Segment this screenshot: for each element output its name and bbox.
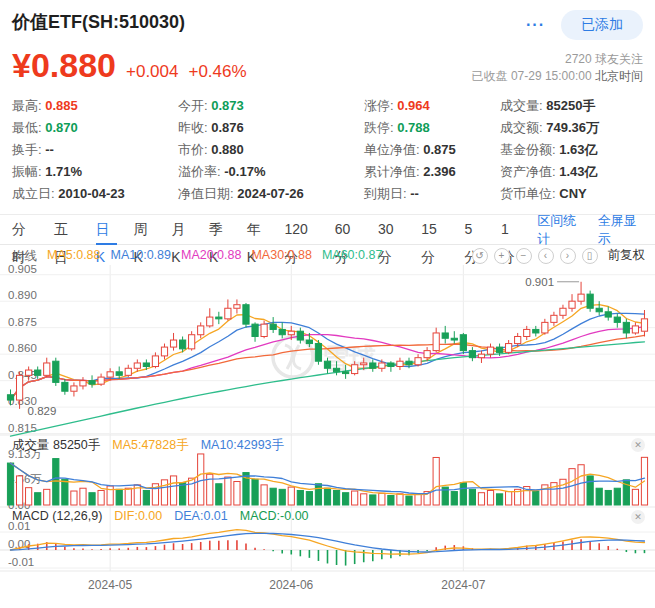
volume-bar [478, 493, 484, 505]
etf-quote-page: 价值ETF(SH:510030) ··· 已添加 ¥0.880 +0.004 +… [0, 0, 655, 608]
stat-label: 跌停: [364, 120, 394, 135]
candle [324, 361, 330, 368]
stat-label: 净值日期: [178, 186, 234, 201]
stat-label: 货币单位: [500, 186, 556, 201]
volume-bar [632, 489, 638, 505]
volume-pane-close-icon[interactable]: ✕ [631, 438, 645, 452]
volume-bar [53, 459, 59, 505]
tab-60分[interactable]: 60分 [335, 215, 361, 245]
stat-label: 最高: [12, 98, 42, 113]
macd-pane-close-icon[interactable]: ✕ [631, 510, 645, 524]
volume-bar [225, 477, 231, 505]
volume-bar [596, 488, 602, 505]
undo-icon[interactable]: ↺ [472, 248, 488, 264]
candle [179, 340, 185, 349]
tab-年K[interactable]: 年K [247, 215, 268, 245]
candle [623, 322, 629, 333]
candle [370, 363, 376, 368]
candle [44, 363, 50, 375]
candle [469, 351, 475, 358]
more-menu-icon[interactable]: ··· [526, 16, 545, 34]
candle [225, 308, 231, 319]
tab-分时[interactable]: 分时 [12, 215, 37, 245]
tab-日K[interactable]: 日K [96, 215, 117, 245]
zoom-out-icon[interactable]: − [516, 248, 532, 264]
candle [107, 372, 113, 377]
stat-value: 0.873 [211, 98, 244, 113]
candle [16, 375, 22, 400]
header: 价值ETF(SH:510030) ··· 已添加 ¥0.880 +0.004 +… [0, 0, 655, 85]
candle [551, 315, 557, 322]
candle [569, 301, 575, 308]
volume-bar [270, 488, 276, 505]
volume-bar [7, 463, 13, 505]
macd-dea-value: DEA:0.01 [174, 509, 228, 523]
pan-left-icon[interactable]: ‹ [538, 248, 554, 264]
stat-item: 跌停: 0.788 [364, 117, 500, 139]
tab-季K[interactable]: 季K [209, 215, 230, 245]
ma-legend-item[interactable]: MA10:0.89 [111, 248, 171, 265]
price-axis-label: 0.860 [8, 342, 37, 354]
candle [306, 340, 312, 344]
volume-bar [469, 489, 475, 505]
ma-legend-item[interactable]: MA60:0.87 [322, 248, 382, 265]
zoom-in-icon[interactable]: + [494, 248, 510, 264]
tab-15分[interactable]: 15分 [421, 215, 447, 245]
watermark-logo-swirl [285, 345, 301, 369]
macd-dea-line [11, 533, 645, 552]
link-全屏显示[interactable]: 全屏显示 [598, 212, 643, 248]
ma-legend-title: 均线 [12, 248, 37, 265]
ma-legend-item[interactable]: MA30:0.88 [251, 248, 311, 265]
added-button[interactable]: 已添加 [561, 10, 643, 40]
stat-item: 成交额: 749.36万 [500, 117, 643, 139]
volume-bar [26, 488, 32, 505]
link-区间统计[interactable]: 区间统计 [537, 212, 582, 248]
stats-grid: 最高: 0.885最低: 0.870换手: --振幅: 1.71%成立日: 20… [12, 95, 643, 205]
stat-value: 1.71% [45, 164, 82, 179]
candle [487, 347, 493, 354]
current-price: ¥0.880 [12, 46, 116, 85]
volume-bar [415, 494, 421, 505]
kline-chart-svg[interactable]: 0.9050.8900.8750.8600.8450.8300.815雪球9.1… [0, 245, 655, 601]
volume-bar [16, 476, 22, 505]
tab-五日[interactable]: 五日 [54, 215, 79, 245]
candle [379, 363, 385, 368]
candle [98, 377, 104, 384]
ma-legend-item[interactable]: MA5:0.88 [47, 248, 101, 265]
tab-30分[interactable]: 30分 [378, 215, 404, 245]
ma-legend: 均线 MA5:0.88MA10:0.89MA20:0.88MA30:0.88MA… [12, 248, 382, 265]
pan-right-icon[interactable]: › [560, 248, 576, 264]
tab-120分[interactable]: 120分 [285, 215, 318, 245]
stat-value: 0.880 [211, 142, 244, 157]
high-marker-label: 0.901 [525, 276, 554, 288]
tab-5分[interactable]: 5分 [465, 215, 484, 245]
stat-item: 累计净值: 2.396 [364, 161, 500, 183]
stat-item: 最高: 0.885 [12, 95, 178, 117]
volume-bar [35, 493, 41, 505]
candle [207, 317, 213, 326]
stat-item: 货币单位: CNY [500, 183, 643, 205]
mobile-icon[interactable]: ▯ [582, 248, 598, 264]
tab-周K[interactable]: 周K [134, 215, 155, 245]
volume-bar [288, 487, 294, 505]
candle [524, 329, 530, 336]
price-axis-label: 0.890 [8, 289, 37, 301]
candle [143, 363, 149, 367]
candle [361, 363, 367, 365]
tab-links: 区间统计全屏显示 [537, 212, 643, 248]
stat-label: 市价: [178, 142, 208, 157]
adjust-mode-button[interactable]: 前复权 [608, 247, 646, 264]
ma-legend-item[interactable]: MA20:0.88 [181, 248, 241, 265]
candle [26, 370, 32, 375]
candle [152, 356, 158, 367]
stat-item: 成交量: 85250手 [500, 95, 643, 117]
low-marker-label: 0.829 [28, 405, 57, 417]
tab-月K[interactable]: 月K [171, 215, 192, 245]
stat-item: 涨停: 0.964 [364, 95, 500, 117]
volume-bar [279, 489, 285, 505]
tab-1分[interactable]: 1分 [501, 215, 520, 245]
stat-item: 基金份额: 1.63亿 [500, 139, 643, 161]
price-axis-label: 0.875 [8, 316, 37, 328]
candle [587, 294, 593, 308]
candle [515, 336, 521, 343]
